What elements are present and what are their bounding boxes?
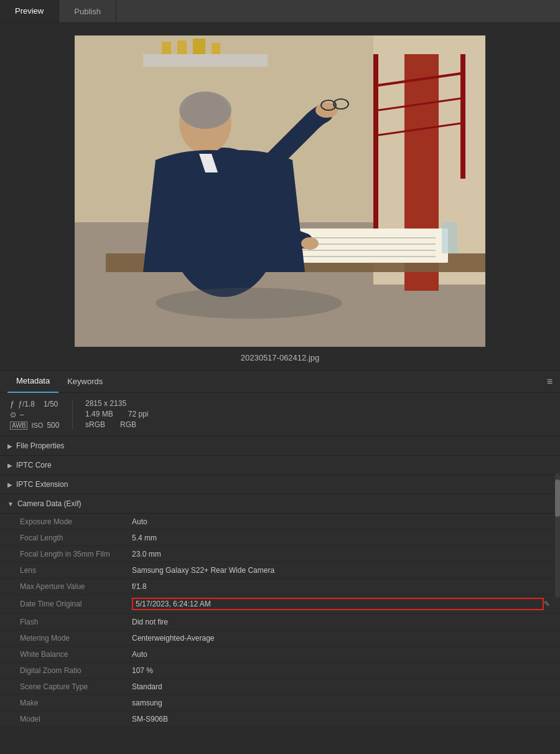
tab-preview[interactable]: Preview [0, 0, 59, 22]
meta-field-row: Metering ModeCenterweighted-Average [0, 630, 560, 646]
meta-field-row: ModelSM-S906B [0, 711, 560, 727]
cam-aperture-row: ƒ ƒ/1.8 1/50 [10, 399, 60, 408]
color-mode: RGB [120, 420, 136, 429]
field-value: samsung [132, 699, 550, 707]
tab-keywords[interactable]: Keywords [58, 370, 111, 393]
section-camera-data[interactable]: Camera Data (Exif) [0, 494, 560, 514]
camera-data-label: Camera Data (Exif) [17, 499, 82, 508]
meta-field-row: LensSamsung Galaxy S22+ Rear Wide Camera [0, 562, 560, 578]
meta-field-row: Date Time Original5/17/2023, 6:24:12 AM✎ [0, 595, 560, 614]
svg-rect-12 [177, 40, 187, 54]
tab-metadata[interactable]: Metadata [7, 370, 58, 393]
field-label: Lens [20, 566, 132, 575]
field-label: Digital Zoom Ratio [20, 666, 132, 675]
svg-point-30 [301, 237, 319, 250]
meta-field-row: Makesamsung [0, 695, 560, 711]
cam-info-bar: ƒ ƒ/1.8 1/50 ⊙ – AWB ISO 500 2815 x 2135 [0, 393, 560, 436]
aperture-value: ƒ/1.8 [18, 400, 35, 408]
field-label: Max Aperture Value [20, 582, 132, 591]
field-value: 5/17/2023, 6:24:12 AM [132, 598, 544, 610]
svg-rect-5 [373, 54, 378, 241]
svg-point-32 [156, 288, 342, 319]
iptc-core-arrow [7, 462, 12, 469]
meta-field-row: Scene Capture TypeStandard [0, 679, 560, 695]
field-label: Metering Mode [20, 634, 132, 643]
field-label: Exposure Mode [20, 517, 132, 526]
tab-publish[interactable]: Publish [59, 0, 116, 22]
field-value: SM-S906B [132, 715, 550, 723]
iptc-extension-arrow [7, 481, 12, 488]
cam-col-right: 2815 x 2135 1.49 MB 72 ppi sRGB RGB [85, 399, 148, 430]
meta-field-row: Focal Length5.4 mm [0, 530, 560, 546]
photo-svg [75, 35, 485, 347]
color-profile: sRGB [85, 420, 105, 429]
meta-field-row: Focal Length in 35mm Film23.0 mm [0, 546, 560, 562]
field-label: Focal Length in 35mm Film [20, 550, 132, 558]
svg-rect-31 [442, 222, 457, 253]
svg-line-29 [334, 105, 336, 105]
cam-dimensions-row: 2815 x 2135 [85, 399, 148, 408]
edit-icon[interactable]: ✎ [544, 600, 550, 608]
photo-preview [75, 35, 485, 347]
field-label: Focal Length [20, 534, 132, 542]
meta-field-row: Digital Zoom Ratio107 % [0, 662, 560, 679]
field-label: White Balance [20, 650, 132, 659]
cam-color-row: sRGB RGB [85, 420, 148, 429]
iso-label: ISO [31, 422, 43, 429]
field-value: Did not fire [132, 618, 550, 626]
metadata-menu-icon[interactable]: ≡ [547, 376, 553, 387]
section-file-properties[interactable]: File Properties [0, 436, 560, 456]
field-value: f/1.8 [132, 582, 550, 591]
image-area: 20230517-062412.jpg [0, 23, 560, 370]
svg-rect-11 [162, 42, 171, 54]
svg-rect-10 [143, 54, 268, 67]
field-label: Date Time Original [20, 600, 132, 608]
file-properties-label: File Properties [16, 441, 64, 450]
top-tabs: Preview Publish [0, 0, 560, 23]
field-value: Centerweighted-Average [132, 634, 550, 643]
field-value: Auto [132, 650, 550, 659]
tab-keywords-label: Keywords [67, 377, 103, 386]
iptc-extension-label: IPTC Extension [16, 480, 68, 489]
scrollbar[interactable] [555, 473, 560, 598]
field-value: Auto [132, 517, 550, 526]
shutter-value: 1/50 [44, 400, 58, 408]
meta-field-row: Exposure ModeAuto [0, 514, 560, 530]
tab-metadata-label: Metadata [16, 376, 50, 385]
cam-divider [72, 399, 73, 430]
ppi-value: 72 ppi [128, 410, 149, 418]
file-properties-arrow [7, 443, 12, 450]
section-iptc-extension[interactable]: IPTC Extension [0, 475, 560, 494]
cam-metering-row: ⊙ – [10, 410, 60, 419]
meta-field-row: White BalanceAuto [0, 646, 560, 662]
field-value: 5.4 mm [132, 534, 550, 542]
cam-dimensions: 2815 x 2135 [85, 399, 126, 408]
cam-size-row: 1.49 MB 72 ppi [85, 410, 148, 418]
field-value: Samsung Galaxy S22+ Rear Wide Camera [132, 566, 550, 575]
meta-field-row: Max Aperture Valuef/1.8 [0, 578, 560, 595]
metering-dash: – [20, 410, 24, 419]
meta-field-row: FlashDid not fire [0, 614, 560, 630]
svg-point-24 [179, 92, 231, 129]
iptc-core-label: IPTC Core [16, 461, 52, 469]
metadata-tabs: Metadata Keywords ≡ [0, 370, 560, 393]
field-value: 107 % [132, 666, 550, 675]
scrollbar-thumb[interactable] [555, 479, 560, 517]
field-label: Scene Capture Type [20, 682, 132, 691]
file-size: 1.49 MB [85, 410, 113, 418]
cam-col-left: ƒ ƒ/1.8 1/50 ⊙ – AWB ISO 500 [10, 399, 60, 430]
svg-rect-13 [193, 39, 205, 54]
camera-fields: Exposure ModeAutoFocal Length5.4 mmFocal… [0, 514, 560, 727]
iso-value: 500 [47, 421, 59, 430]
field-label: Make [20, 699, 132, 707]
tab-publish-label: Publish [74, 7, 101, 16]
image-filename: 20230517-062412.jpg [241, 353, 320, 362]
section-iptc-core[interactable]: IPTC Core [0, 456, 560, 475]
awb-label: AWB [10, 422, 27, 430]
field-label: Flash [20, 618, 132, 626]
cam-iso-row: AWB ISO 500 [10, 421, 60, 430]
field-label: Model [20, 715, 132, 723]
camera-data-arrow [7, 501, 14, 507]
metering-icon: ⊙ [10, 410, 16, 419]
tab-preview-label: Preview [15, 6, 44, 16]
